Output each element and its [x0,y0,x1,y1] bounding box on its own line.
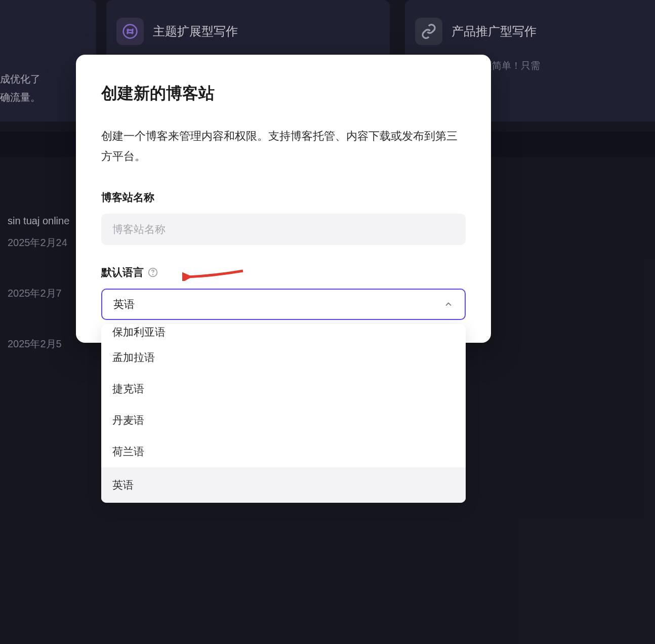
svg-point-2 [153,274,153,275]
help-icon[interactable] [148,267,158,277]
language-dropdown: 保加利亚语 孟加拉语 捷克语 丹麦语 荷兰语 英语 [101,324,466,503]
language-selected-value: 英语 [113,297,135,311]
language-option[interactable]: 丹麦语 [101,405,466,436]
chevron-up-icon [443,299,454,309]
modal-description: 创建一个博客来管理内容和权限。支持博客托管、内容下载或发布到第三方平台。 [101,126,466,166]
language-option-selected[interactable]: 英语 [101,467,466,503]
default-language-label: 默认语言 [101,265,466,279]
language-option[interactable]: 荷兰语 [101,436,466,467]
language-option[interactable]: 保加利亚语 [101,324,466,342]
blog-name-input[interactable] [101,214,466,245]
language-select-wrapper: 英语 保加利亚语 孟加拉语 捷克语 丹麦语 荷兰语 英语 [101,289,466,320]
language-select[interactable]: 英语 [101,289,466,320]
blog-name-label: 博客站名称 [101,190,466,205]
create-blog-modal: 创建新的博客站 创建一个博客来管理内容和权限。支持博客托管、内容下载或发布到第三… [76,55,491,343]
language-option[interactable]: 孟加拉语 [101,342,466,373]
modal-title: 创建新的博客站 [101,83,466,105]
language-option[interactable]: 捷克语 [101,373,466,405]
